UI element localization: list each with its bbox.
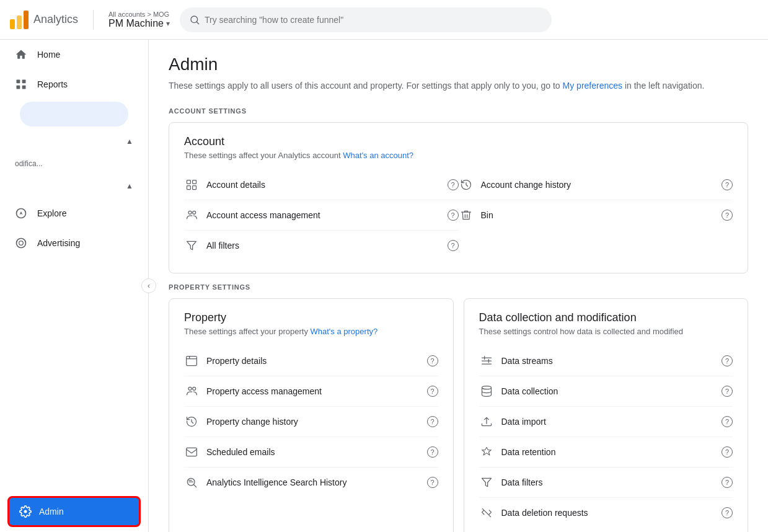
bin-help[interactable]: ? — [722, 210, 733, 221]
data-import-help[interactable]: ? — [722, 416, 733, 427]
account-path: All accounts > MOG — [108, 11, 170, 18]
property-access-help[interactable]: ? — [427, 386, 438, 397]
bin-icon — [459, 208, 474, 223]
bin-label: Bin — [481, 210, 715, 220]
logo-text: Analytics — [33, 13, 78, 26]
sidebar-item-explore[interactable]: Explore — [0, 198, 148, 228]
filter-icon — [184, 238, 199, 253]
account-access-item[interactable]: Account access management ? — [184, 200, 459, 231]
account-name: PM Machine — [108, 18, 170, 29]
account-settings-label: ACCOUNT SETTINGS — [169, 107, 748, 115]
svg-rect-2 — [24, 11, 29, 29]
collapse-sidebar-button[interactable]: ‹ — [141, 278, 156, 293]
search-input[interactable] — [205, 15, 542, 25]
property-details-item[interactable]: Property details ? — [184, 346, 438, 376]
account-history-item[interactable]: Account change history ? — [459, 170, 733, 200]
account-access-icon — [184, 208, 199, 223]
sidebar-item-home[interactable]: Home — [0, 40, 148, 69]
account-settings-right: Account change history ? Bin ? — [459, 170, 733, 260]
account-details-item[interactable]: Account details ? — [184, 170, 459, 200]
account-details-label: Account details — [206, 180, 440, 190]
gear-icon — [19, 505, 32, 518]
property-history-help[interactable]: ? — [427, 416, 438, 427]
sidebar-item-reports[interactable]: Reports — [0, 69, 148, 99]
reports-section-chevron[interactable]: ▲ — [0, 129, 148, 154]
svg-rect-20 — [187, 357, 197, 366]
page-subtitle: These settings apply to all users of thi… — [169, 79, 748, 92]
main-content: Admin These settings apply to all users … — [149, 40, 768, 532]
svg-rect-1 — [17, 16, 22, 29]
svg-rect-25 — [187, 448, 197, 456]
analytics-intelligence-item[interactable]: Analytics Intelligence Search History ? — [184, 468, 438, 497]
account-card-subtitle: These settings affect your Analytics acc… — [184, 151, 733, 160]
whats-a-property-link[interactable]: What's a property? — [311, 327, 378, 336]
my-preferences-link[interactable]: My preferences — [563, 81, 622, 91]
data-filters-item[interactable]: Data filters ? — [479, 468, 733, 498]
svg-rect-14 — [187, 186, 191, 190]
sidebar: Home Reports ▲ odifica... — [0, 40, 149, 532]
whats-an-account-link[interactable]: What's an account? — [343, 151, 413, 160]
analytics-intelligence-help[interactable]: ? — [427, 477, 438, 488]
sidebar-advertising-label: Advertising — [37, 238, 80, 248]
data-retention-label: Data retention — [501, 447, 715, 457]
data-import-item[interactable]: Data import ? — [479, 407, 733, 437]
data-collection-icon — [479, 384, 494, 399]
data-collection-help[interactable]: ? — [722, 386, 733, 397]
reports-toggle — [20, 102, 128, 126]
scheduled-emails-item[interactable]: Scheduled emails ? — [184, 437, 438, 468]
svg-point-12 — [19, 241, 24, 246]
property-card-subtitle: These settings affect your property What… — [184, 327, 438, 336]
data-deletion-help[interactable]: ? — [722, 507, 733, 518]
account-selector[interactable]: All accounts > MOG PM Machine — [108, 11, 170, 29]
chevron-up-icon2: ▲ — [126, 182, 133, 190]
data-filters-icon — [479, 475, 494, 490]
analytics-logo-icon — [10, 11, 29, 29]
svg-rect-0 — [10, 19, 15, 29]
property-details-label: Property details — [206, 356, 420, 366]
property-settings-two-col: Property These settings affect your prop… — [169, 298, 748, 532]
admin-button[interactable]: Admin — [7, 496, 141, 527]
account-card: Account These settings affect your Analy… — [169, 122, 748, 273]
data-retention-help[interactable]: ? — [722, 446, 733, 458]
account-settings-left: Account details ? Account access managem… — [184, 170, 459, 260]
svg-rect-16 — [193, 186, 196, 190]
account-access-help[interactable]: ? — [448, 210, 459, 221]
svg-point-23 — [188, 387, 192, 390]
reports-section-chevron2[interactable]: ▲ — [0, 174, 148, 198]
data-streams-help[interactable]: ? — [722, 355, 733, 366]
reports-collapse-area[interactable] — [0, 99, 148, 129]
svg-rect-15 — [193, 180, 196, 184]
property-card: Property These settings affect your prop… — [169, 298, 454, 532]
page-title: Admin — [169, 55, 748, 74]
sidebar-reports-label: Reports — [37, 79, 68, 89]
sidebar-spacer — [0, 258, 148, 491]
property-access-item[interactable]: Property access management ? — [184, 376, 438, 407]
scheduled-emails-help[interactable]: ? — [427, 446, 438, 458]
chevron-up-icon: ▲ — [126, 137, 133, 146]
admin-label: Admin — [39, 507, 64, 516]
property-card-title: Property — [184, 311, 438, 324]
data-filters-help[interactable]: ? — [722, 477, 733, 488]
data-deletion-item[interactable]: Data deletion requests ? — [479, 498, 733, 528]
data-retention-item[interactable]: Data retention ? — [479, 437, 733, 468]
svg-point-24 — [193, 387, 196, 390]
account-settings-grid: Account details ? Account access managem… — [184, 170, 733, 260]
data-collection-item[interactable]: Data collection ? — [479, 376, 733, 407]
property-history-label: Property change history — [206, 417, 420, 427]
data-streams-item[interactable]: Data streams ? — [479, 346, 733, 376]
all-filters-help[interactable]: ? — [448, 240, 459, 251]
sidebar-item-advertising[interactable]: Advertising — [0, 228, 148, 258]
bin-item[interactable]: Bin ? — [459, 200, 733, 230]
property-history-item[interactable]: Property change history ? — [184, 407, 438, 437]
analytics-intelligence-label: Analytics Intelligence Search History — [206, 477, 420, 487]
account-details-help[interactable]: ? — [448, 179, 459, 190]
property-details-help[interactable]: ? — [427, 355, 438, 366]
data-streams-icon — [479, 353, 494, 368]
sidebar-home-label: Home — [37, 50, 60, 60]
svg-marker-36 — [482, 478, 491, 486]
logo: Analytics — [10, 11, 78, 29]
search-icon — [190, 15, 200, 25]
account-history-help[interactable]: ? — [722, 179, 733, 190]
svg-rect-6 — [22, 80, 26, 84]
all-filters-item[interactable]: All filters ? — [184, 231, 459, 260]
